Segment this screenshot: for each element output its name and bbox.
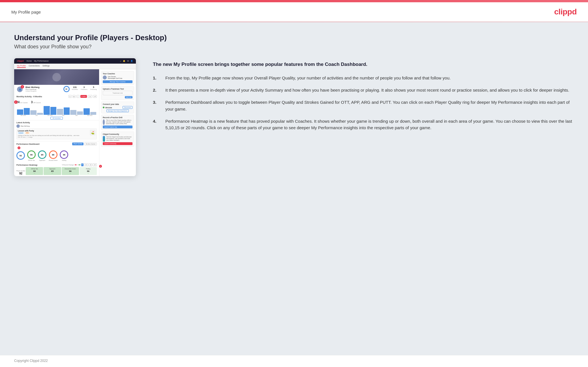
coaches-title: Your Coaches xyxy=(103,73,132,75)
page-subheading: What does your Profile show you? xyxy=(14,44,574,50)
activity-nums: 24 On Course 3 Off Course xyxy=(16,101,97,104)
performance-section: Performance Dashboard Player Quality Str… xyxy=(14,141,99,162)
heatmap-row: 4 Player Quality 92 Off the Tee 90 ↑↑ xyxy=(16,167,97,175)
bar-6 xyxy=(50,107,57,115)
drill-avatar xyxy=(103,119,105,125)
ring-overall-circle: 92 xyxy=(16,151,25,160)
bar-1 xyxy=(17,109,23,115)
bar-2 xyxy=(24,108,30,115)
disconnect-btn[interactable]: Disconnect xyxy=(123,106,132,109)
connect-brand: Arccos Disconnect xyxy=(103,106,132,109)
bar-chart xyxy=(16,105,97,115)
coach-club: Barnstaple Golf Club xyxy=(108,77,122,79)
latest-title-row: Latest Activity xyxy=(16,122,97,124)
page-title: My Profile page xyxy=(11,10,41,14)
toggle-player[interactable]: Player Quality xyxy=(72,143,83,145)
coach-avatar xyxy=(103,75,107,79)
ring-putting: 96 Putting xyxy=(60,150,68,161)
off-course: 3 Off Course xyxy=(31,101,41,104)
trackman-input[interactable]: Trackman Link xyxy=(103,91,132,95)
lesson-icon: ⛳ xyxy=(90,130,95,135)
bar-3 xyxy=(30,110,37,115)
bar-9 xyxy=(70,110,76,115)
manage-coaches-btn[interactable]: Manage Your Coaches xyxy=(103,80,132,83)
feature-list: From the top, My Profile page now shows … xyxy=(153,75,574,131)
trackman-btn-wrapper: Add Link xyxy=(103,96,132,98)
heatmap-header: Performance Heatmap 5 Round Change 5 10 … xyxy=(16,163,97,166)
left-panel: clippd Home My Performance ⌕ 🔔 ⚙ 👤 My Pr… xyxy=(14,58,136,176)
heatmap-cell-approach: Approach 85 ↑↑ xyxy=(44,167,61,175)
tab-connections: Connections xyxy=(29,65,40,68)
heatmap-controls: 5 Round Change 5 10 15 20 xyxy=(62,163,97,166)
launch-capture-btn[interactable]: Launch Capture App xyxy=(103,126,132,128)
heatmap-cell-tee: Off the Tee 90 ↑↑ xyxy=(26,167,43,175)
ctrl-on[interactable]: ■ xyxy=(72,95,76,98)
profile-name: Blair McHarg xyxy=(25,86,61,88)
perf-header: Performance Dashboard Player Quality Str… xyxy=(16,143,97,145)
list-item-2: It then presents a more in-depth view of… xyxy=(153,87,574,93)
ctrl-all[interactable]: all xyxy=(93,95,97,98)
lesson-meta: 01h 30 mins | 1 image xyxy=(18,136,89,138)
latest-avatar xyxy=(16,124,20,128)
rounds-15[interactable]: 15 xyxy=(89,163,93,166)
community-card: Clippd Community Visit the Clippd Commun… xyxy=(101,131,134,147)
drill-item: This is one of the Clippd practice drill… xyxy=(103,119,132,125)
nav-performance: My Performance xyxy=(34,60,48,62)
ring-arg-circle: 86 xyxy=(49,150,57,159)
profile-stats: 131 Activities 3 Followers 5 Following xyxy=(72,86,97,90)
nav-home: Home xyxy=(27,60,32,62)
drill-title: Record a Practice Drill xyxy=(103,116,132,118)
rounds-20[interactable]: 20 xyxy=(93,163,97,166)
heatmap-val-overall: 92 xyxy=(16,172,25,175)
ring-approach-circle: 85 xyxy=(38,150,46,159)
all-activities-btn[interactable]: All Activities xyxy=(16,117,97,119)
lesson-card: Lesson with Fonty Lesson ARG nothing to … xyxy=(16,128,97,139)
on-course: 24 On Course xyxy=(16,101,28,104)
ctrl-both[interactable]: ● xyxy=(69,95,72,98)
ring-tee: 90 Off the Tee xyxy=(27,150,36,161)
ring-overall: 92 xyxy=(16,151,25,160)
heatmap-section: Performance Heatmap 5 Round Change 5 10 … xyxy=(14,162,99,176)
list-text-4: Performance Heatmap is a new feature tha… xyxy=(165,118,574,131)
bar-12 xyxy=(90,112,97,115)
chart-labels: Nov 2021 Dec Jan 2022 Feb Mar Apr 2022 xyxy=(16,115,97,116)
list-text-3: Performance Dashboard allows you to togg… xyxy=(165,99,574,112)
round-btns: 5 10 15 20 xyxy=(81,163,97,166)
tab-myprofile: My Profile xyxy=(17,65,26,68)
page-heading: Understand your Profile (Players - Deskt… xyxy=(14,33,574,42)
heatmap-label: Performance Heatmap xyxy=(16,164,37,166)
drill-card: Record a Practice Drill This is one of t… xyxy=(101,115,134,130)
community-title: Clippd Community xyxy=(103,133,132,135)
ctrl-off[interactable]: □ xyxy=(76,95,80,98)
list-item-4: Performance Heatmap is a new feature tha… xyxy=(153,118,574,131)
activity-title-row: Monthly Activity - 6 Months ● ■ □ 6 mths… xyxy=(16,95,97,98)
add-link-btn[interactable]: Add Link xyxy=(125,96,132,98)
latest-user: Blair McHarg xyxy=(21,125,30,127)
list-item-3: Performance Dashboard allows you to togg… xyxy=(153,99,574,112)
bar-8 xyxy=(64,107,70,115)
app-main: 👤 1 Blair McHarg Plus Handicap United Ki… xyxy=(14,69,99,176)
ring-arg: 86 Around Green xyxy=(49,150,57,161)
heatmap-cell-overall: Player Quality 92 xyxy=(16,170,25,175)
perf-toggles: Player Quality Strokes Gained xyxy=(72,143,97,145)
ctrl-1yr[interactable]: 1 yr xyxy=(88,95,92,98)
rounds-5[interactable]: 5 xyxy=(81,163,84,166)
main-content: Understand your Profile (Players - Deskt… xyxy=(0,22,588,355)
activity-label: Monthly Activity - 6 Months xyxy=(16,96,42,98)
toggle-strokes[interactable]: Strokes Gained xyxy=(84,143,97,145)
logo: clippd xyxy=(554,7,577,16)
content-layout: clippd Home My Performance ⌕ 🔔 ⚙ 👤 My Pr… xyxy=(14,58,574,176)
profile-banner xyxy=(14,69,99,85)
manage-integrations-btn[interactable]: Manage Your Data Integrations xyxy=(103,110,132,112)
banner-circle xyxy=(52,73,61,81)
badge-4: 4 xyxy=(99,165,102,168)
rounds-10[interactable]: 10 xyxy=(84,163,88,166)
perf-label: Performance Dashboard xyxy=(16,143,39,145)
banner-bg xyxy=(14,69,99,85)
ctrl-6[interactable]: 6 mths xyxy=(80,95,87,98)
coaches-card: Your Coaches Dan Davies Barnstaple Golf … xyxy=(101,71,134,85)
ring-tee-circle: 90 xyxy=(27,150,36,159)
launch-community-btn[interactable]: Launch Community xyxy=(103,142,132,145)
nav-avatar-small: 👤 xyxy=(131,60,133,62)
community-text: Visit the Clippd Community and discover … xyxy=(106,136,132,141)
